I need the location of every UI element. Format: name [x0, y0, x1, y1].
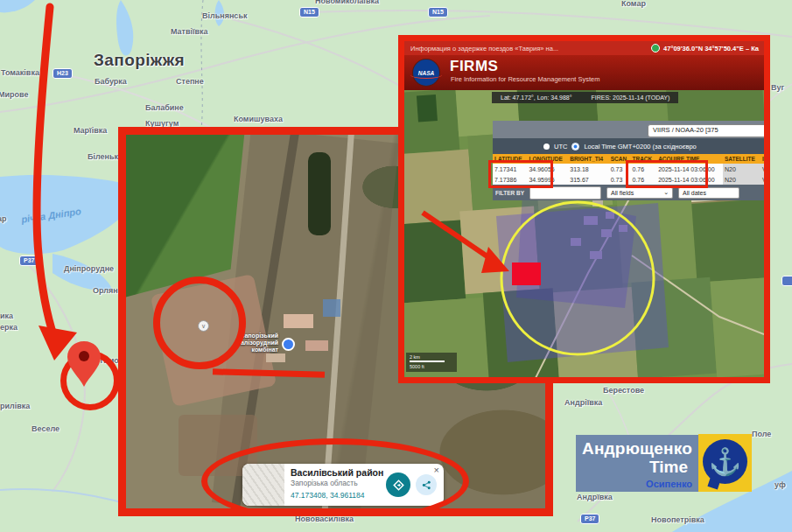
sat-blue-roof [323, 299, 340, 317]
road-badge-partial [781, 276, 792, 286]
road-badge-n15: N15 [299, 7, 319, 18]
card-title: Василівський район [291, 467, 384, 478]
map-label: Андрївка [577, 493, 613, 501]
road-badge-n15: N15 [428, 7, 448, 18]
map-label: Вільнянськ [202, 11, 247, 20]
firms-title: FIRMS [450, 58, 498, 75]
all-fields-select[interactable]: All fields ⌄ [606, 187, 673, 199]
map-label: Вуг [771, 83, 784, 92]
map-label: Балабине [145, 103, 184, 112]
logo-byline: Осипенко [646, 479, 692, 489]
logo-emblem-box: ⚓ [698, 434, 752, 492]
firms-subtitle: Fire Information for Resource Management… [451, 75, 600, 83]
red-highlight-coordinates [488, 160, 553, 188]
directions-icon [393, 480, 404, 491]
map-label: Новопетрівка [651, 515, 704, 524]
screenshot-root: Новомиколаївка Комар Вільнянськ Матвіївк… [0, 0, 792, 532]
filter-by-label: FILTER BY [495, 190, 524, 196]
map-pin-favicon [651, 44, 660, 52]
map-label: Андріївка [564, 398, 602, 407]
statusbar-fires: FIRES: 2025-11-14 (TODAY) [592, 94, 670, 101]
sat-building [266, 354, 285, 362]
browser-tab-1[interactable]: Информация о задержке поездов «Таврия» н… [404, 45, 651, 52]
share-icon [422, 480, 431, 490]
col-instrument[interactable]: IN [760, 154, 770, 164]
cell: 313.18 [568, 164, 608, 174]
map-label: уф [774, 480, 786, 489]
scale-ft: 5000 ft [410, 364, 453, 369]
logo-text-box: Андрющенко Time Осипенко [576, 435, 698, 492]
card-thumbnail [242, 464, 284, 506]
card-subtitle: Запорізька область [291, 479, 384, 487]
chevron-down-icon: ⌄ [663, 189, 669, 196]
logo-line1: Андрющенко [582, 439, 692, 458]
sat-trees [308, 152, 331, 235]
close-icon[interactable]: × [434, 465, 439, 475]
red-arrow-annotation [0, 0, 123, 376]
directions-button[interactable] [386, 472, 410, 497]
scale-km: 2 km [410, 354, 453, 360]
map-label: рилівка [0, 402, 30, 410]
poi-marker-icon[interactable] [282, 338, 295, 351]
map-label: Новомиколаївка [315, 0, 379, 5]
local-time-label: Local Time GMT+0200 (за східноєвро [584, 143, 696, 150]
utc-radio[interactable] [543, 144, 550, 150]
sat-building [305, 340, 328, 351]
col-bright-ti4[interactable]: BRIGHT_TI4 [568, 154, 608, 164]
road-badge-p37: P37 [580, 514, 599, 524]
statusbar-latlon: Lat: 47.172°, Lon: 34.988° [501, 94, 572, 101]
anchor-icon: ⚓ [709, 446, 741, 477]
browser-tab-bar: Информация о задержке поездов «Таврия» н… [404, 41, 764, 55]
cell: VII [760, 164, 770, 174]
map-pin-icon [65, 340, 105, 390]
all-fields-value: All fields [611, 190, 634, 196]
layer-select-dropdown[interactable]: VIIRS / NOAA-20 [375 [648, 124, 770, 137]
card-coordinates-link[interactable]: 47.173408, 34.961184 [291, 491, 384, 500]
col-satellite[interactable]: SATELLITE [723, 154, 760, 164]
map-label: Поле [752, 430, 771, 438]
map-label: Веселе [32, 424, 60, 433]
map-scale-bar: 2 km 5000 ft [406, 353, 457, 372]
all-dates-value: All dates [683, 190, 706, 196]
red-highlight-acquire-time [626, 160, 708, 188]
anchor-emblem: ⚓ [703, 439, 747, 484]
local-time-radio[interactable] [571, 143, 579, 150]
nasa-logo: NASA [413, 60, 439, 86]
firms-header-banner: NASA FIRMS Fire Information for Resource… [404, 55, 764, 90]
red-circle-annotation [153, 276, 246, 369]
all-dates-select[interactable]: All dates [678, 187, 739, 199]
share-button[interactable] [416, 474, 437, 495]
channel-logo: Андрющенко Time Осипенко ⚓ [576, 435, 752, 492]
map-label: Комар [621, 0, 646, 8]
map-label: Берестове [603, 386, 644, 395]
time-toggle-bar: UTC Local Time GMT+0200 (за східноєвро [493, 138, 770, 154]
browser-tab-2-label: 47°09'36.0"N 34°57'50.4"E – Ка [663, 45, 759, 52]
nasa-logo-text: NASA [418, 70, 434, 76]
scale-line [410, 360, 445, 362]
map-label: Степне [176, 77, 204, 86]
logo-line2: Time [649, 458, 688, 477]
sat-building [284, 314, 313, 328]
firms-browser-inset: Информация о задержке поездов «Таврия» н… [398, 35, 770, 383]
map-label: Комишуваха [234, 115, 283, 123]
cell: N20 [723, 164, 760, 174]
firms-status-bar: Lat: 47.172°, Lon: 34.988° FIRES: 2025-1… [492, 92, 678, 103]
browser-tab-2[interactable]: 47°09'36.0"N 34°57'50.4"E – Ка [651, 44, 764, 52]
place-info-card: Василівський район Запорізька область 47… [242, 464, 444, 506]
map-label: Матвіївка [171, 27, 208, 36]
utc-label: UTC [554, 143, 567, 150]
cell: N20 [723, 174, 760, 185]
cell: 315.67 [568, 174, 608, 185]
cell: VII [760, 174, 770, 185]
